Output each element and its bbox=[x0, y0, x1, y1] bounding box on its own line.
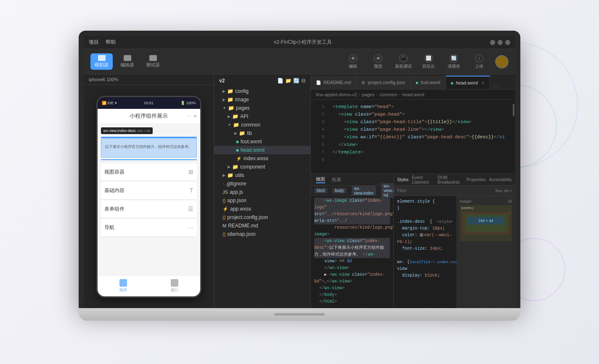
tree-readme[interactable]: M README.md bbox=[214, 222, 310, 230]
user-avatar[interactable] bbox=[495, 55, 509, 69]
preview-label: 预览 bbox=[374, 63, 382, 69]
collapse-icon[interactable]: ⊟ bbox=[301, 78, 305, 84]
tab-label-readme: README.md bbox=[323, 80, 351, 85]
maximize-button[interactable] bbox=[498, 40, 503, 45]
html-tree-line-selected: <wx-view class="index-desc">以下将展示小程序官方组件… bbox=[314, 238, 390, 258]
action-upload[interactable]: ↑ 上传 bbox=[470, 54, 488, 69]
tree-item-name: common bbox=[241, 122, 260, 128]
wxss-file-icon: ⚡ bbox=[223, 206, 228, 212]
nav-item-label-1: 基础内容 bbox=[104, 187, 125, 194]
tree-index-wxss[interactable]: ⚡ index.wxss bbox=[214, 154, 310, 163]
phone-action-close[interactable]: ✕ bbox=[193, 114, 197, 119]
tree-utils[interactable]: ▶ 📁 utils bbox=[214, 171, 310, 179]
tree-foot-wxml[interactable]: ■ foot.wxml bbox=[214, 137, 310, 146]
action-clear-cache[interactable]: 🔄 清缓存 bbox=[445, 54, 463, 69]
tab-icon-head: ■ bbox=[451, 81, 453, 85]
tab-icon-project: ⚙ bbox=[361, 80, 365, 85]
phone-divider bbox=[101, 159, 197, 160]
tree-item-name: index.wxss bbox=[244, 156, 268, 161]
styles-filter-input[interactable] bbox=[397, 188, 493, 193]
json-file-icon: {} bbox=[223, 232, 225, 237]
tree-head-wxml[interactable]: ■ head.wxml bbox=[214, 146, 310, 154]
phone-action-more[interactable]: ··· bbox=[187, 114, 191, 119]
tree-sitemap[interactable]: {} sitemap.json bbox=[214, 230, 310, 238]
tree-app-json[interactable]: {} app.json bbox=[214, 196, 310, 205]
html-tree-line: </wx-view> bbox=[314, 265, 390, 272]
tester-label: 测试器 bbox=[146, 62, 160, 68]
tab-foot-wxml[interactable]: ■ foot.wxml bbox=[411, 76, 446, 89]
tree-item-name: utils bbox=[235, 172, 244, 178]
phone-nav-item-2[interactable]: 表单组件 ☰ bbox=[101, 200, 197, 218]
simulator-label: 模拟器 bbox=[95, 62, 109, 68]
phone-element-text: 以下展示小程序官方组件能力，组件样式仅供参考。 bbox=[103, 142, 194, 151]
tab-readme[interactable]: 📄 README.md bbox=[311, 76, 356, 89]
action-edit[interactable]: 👁 编辑 bbox=[344, 54, 362, 69]
html-tree-line: ▶ <wx-view class="index-bd">_</wx-view> bbox=[314, 272, 390, 285]
tree-common[interactable]: ▼ 📁 common bbox=[214, 121, 310, 129]
folder-icon: 📁 bbox=[239, 130, 245, 136]
tab-head-wxml[interactable]: ■ head.wxml ✕ bbox=[446, 76, 490, 89]
tree-item-name: pages bbox=[236, 105, 250, 111]
api-nav-label: 接口 bbox=[171, 288, 178, 293]
editor-tabs: 📄 README.md ⚙ project.config.json ■ foot… bbox=[311, 74, 515, 90]
toolbar: 模拟器 编辑器 测试器 👁 编辑 bbox=[84, 49, 515, 74]
close-button[interactable] bbox=[505, 40, 510, 45]
phone-nav-item-1[interactable]: 基础内容 T bbox=[101, 182, 197, 200]
styles-tab-dom[interactable]: DOM Breakpoints bbox=[437, 175, 463, 185]
editor-scrollbar[interactable] bbox=[513, 104, 514, 116]
tree-project-config[interactable]: {} project.config.json bbox=[214, 213, 310, 222]
tooltip-size: 240 × 44 bbox=[137, 129, 150, 133]
tree-gitignore[interactable]: · .gitignore bbox=[214, 179, 310, 188]
tree-app-js[interactable]: JS app.js bbox=[214, 188, 310, 196]
tree-pages[interactable]: ▼ 📁 pages bbox=[214, 104, 310, 112]
simulator-content: 📶 IDE ▾ 10:01 🔋 100% 小程序组件展示 ··· ✕ bbox=[84, 85, 214, 308]
simulator-mode-button[interactable]: 模拟器 bbox=[90, 53, 113, 70]
box-model-margin-value: 10 bbox=[508, 199, 512, 203]
code-content[interactable]: <template name="head"> <view class="page… bbox=[328, 100, 515, 174]
new-file-icon[interactable]: 📄 bbox=[277, 78, 284, 84]
styles-tab-event[interactable]: Event Listeners bbox=[412, 175, 434, 185]
styles-tab-properties[interactable]: Properties bbox=[466, 177, 486, 182]
tab-close-icon[interactable]: ✕ bbox=[481, 81, 485, 85]
editor-label: 编辑器 bbox=[120, 62, 134, 68]
tree-api[interactable]: ▶ 📁 API bbox=[214, 112, 310, 121]
html-tag-html[interactable]: html bbox=[314, 188, 327, 193]
minimize-button[interactable] bbox=[490, 40, 495, 45]
wxss-file-icon: ⚡ bbox=[236, 156, 242, 161]
action-preview[interactable]: 👁 预览 bbox=[369, 54, 387, 69]
devtools-tab-extend[interactable]: 拓展 bbox=[332, 177, 341, 183]
phone-frame: 📶 IDE ▾ 10:01 🔋 100% 小程序组件展示 ··· ✕ bbox=[96, 96, 201, 298]
new-folder-icon[interactable]: 📁 bbox=[285, 78, 292, 84]
window-title: v2-FinClip小程序开发工具 bbox=[116, 39, 490, 46]
editor-panel: 📄 README.md ⚙ project.config.json ■ foot… bbox=[311, 74, 515, 308]
phone-nav-item-0[interactable]: 视图容器 ⊞ bbox=[101, 164, 197, 181]
editor-mode-button[interactable]: 编辑器 bbox=[116, 53, 138, 70]
tree-lib[interactable]: ▶ 📁 lib bbox=[214, 129, 310, 137]
phone-bottom-nav-components[interactable]: 组件 bbox=[98, 279, 149, 293]
tab-label-project: project.config.json bbox=[368, 80, 405, 85]
tree-image[interactable]: ▶ 📁 image bbox=[214, 95, 310, 104]
refresh-icon[interactable]: 🔄 bbox=[293, 78, 300, 84]
json-file-icon: {} bbox=[223, 215, 225, 220]
tree-component[interactable]: ▶ 📁 component bbox=[214, 163, 310, 171]
action-background[interactable]: ⬜ 切后台 bbox=[419, 54, 438, 69]
tab-more-button[interactable]: ··· bbox=[490, 82, 502, 89]
styles-tab-styles[interactable]: Styles bbox=[397, 177, 408, 182]
menu-item-project[interactable]: 项目 bbox=[89, 39, 99, 46]
tester-mode-button[interactable]: 测试器 bbox=[142, 53, 164, 70]
action-device-debug[interactable]: 📱 真机调试 bbox=[394, 54, 413, 69]
code-line-7: </template> bbox=[333, 148, 510, 156]
tab-project-config[interactable]: ⚙ project.config.json bbox=[356, 76, 411, 89]
devtools-tab-overview[interactable]: 概图 bbox=[316, 176, 325, 183]
phone-nav-item-3[interactable]: 导航 ··· bbox=[101, 219, 197, 237]
tree-config[interactable]: ▶ 📁 config bbox=[214, 87, 310, 95]
styles-body: element.style { } .index-desc {<style> m… bbox=[394, 196, 515, 308]
filetree-actions: 📄 📁 🔄 ⊟ bbox=[277, 78, 305, 84]
components-nav-label: 组件 bbox=[119, 288, 127, 293]
html-tag-body[interactable]: body bbox=[332, 188, 347, 193]
styles-tab-accessibility[interactable]: Accessibility bbox=[489, 177, 512, 182]
phone-bottom-nav-api[interactable]: 接口 bbox=[149, 279, 200, 293]
html-tag-wx-view-index[interactable]: wx-view.index bbox=[352, 186, 376, 196]
tree-app-wxss[interactable]: ⚡ app.wxss bbox=[214, 205, 310, 213]
menu-item-help[interactable]: 帮助 bbox=[106, 39, 116, 46]
